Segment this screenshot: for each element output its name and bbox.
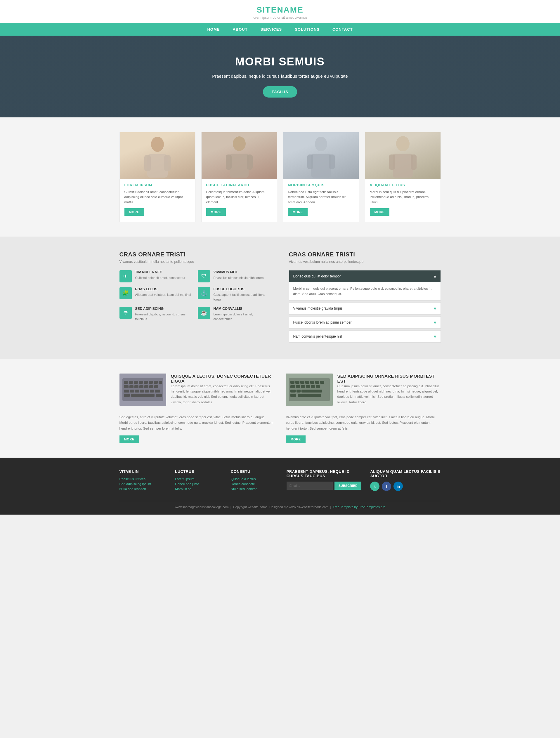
footer-col-4: PRAESENT DAPIBUS, NEQUE ID CURSUS FAUCIB… — [287, 469, 362, 492]
content-block-1: QUISQUE A LECTUS. DONEC CONSECTETUER LIG… — [119, 374, 274, 406]
subscribe-button[interactable]: SUBSCRIBE — [334, 481, 362, 490]
feature-item-1: ✈ TIM NULLA NEC Cuibstui dolor sit amet,… — [119, 270, 193, 282]
card-3-more-button[interactable]: MORE — [288, 208, 308, 216]
svg-rect-24 — [154, 381, 158, 384]
content-block-1-text: Lorem ipsum dolor sit amet, consectetuer… — [171, 383, 274, 405]
hero-subtitle: Praesent dapibus, neque id cursus faucib… — [212, 73, 348, 80]
footer-link-3-3[interactable]: Nulla sed leoniton — [231, 487, 278, 491]
accordion-item-3: Fusce lobortis lorem at ipsum semper ∨ — [289, 316, 441, 329]
svg-rect-56 — [311, 385, 315, 388]
svg-rect-29 — [139, 385, 144, 388]
feature-3-text: Praesent dapibus, neque id, cursus fauci… — [135, 312, 193, 322]
svg-rect-30 — [144, 385, 149, 388]
svg-rect-53 — [296, 385, 300, 388]
nav-contact[interactable]: CONTACT — [326, 23, 359, 36]
nav-home[interactable]: HOME — [201, 23, 226, 36]
feature-4-title: VIVAMUS MOL — [214, 270, 264, 274]
feature-5-title: FUSCE LOBORTIS — [214, 287, 271, 291]
footer-col-2-title: LUCTRUS — [175, 469, 222, 474]
hero-button[interactable]: FACILIS — [263, 86, 297, 97]
content-block-1-title: QUISQUE A LECTUS. DONEC CONSECTETUER LIG… — [171, 374, 274, 383]
footer-link-1-3[interactable]: Nulla sed leoniton — [119, 487, 167, 491]
nav-about[interactable]: ABOUT — [226, 23, 254, 36]
svg-rect-46 — [295, 381, 299, 384]
subscribe-input[interactable] — [287, 481, 333, 490]
accordion-header-1[interactable]: Donec quis dui at dolor tempor ∧ — [289, 271, 441, 282]
hero-title: MORBI SEMUIS — [212, 55, 348, 68]
svg-rect-21 — [139, 381, 143, 384]
footer-link-3-1[interactable]: Quisque a lectus — [231, 477, 278, 481]
content-block-2-title: SED ADIPISCING ORNARE RISUS MORBI EST ES… — [337, 374, 441, 383]
svg-rect-59 — [296, 390, 301, 392]
svg-rect-32 — [154, 385, 158, 388]
chevron-down-icon-3: ∨ — [434, 334, 437, 339]
card-4-more-button[interactable]: MORE — [370, 208, 389, 216]
feature-item-3: ☂ SED ADIPISCING Praesent dapibus, neque… — [119, 307, 193, 322]
footer: VITAE LIN Phasellus ultrices Sed adipisc… — [0, 458, 560, 514]
svg-rect-33 — [124, 390, 129, 392]
footer-col-3-title: CONSETU — [231, 469, 278, 474]
feature-6-text: Lorem ipsum dolor sit amet, consectetuer — [214, 312, 271, 322]
feature-item-6: ☕ NAM CONVALLIS Lorem ipsum dolor sit am… — [198, 307, 271, 322]
twitter-icon[interactable]: t — [370, 481, 379, 491]
accordion-item-4: Nam convallis pellentesque nisl ∨ — [289, 330, 441, 343]
feature-6-title: NAM CONVALLIS — [214, 307, 271, 311]
svg-rect-3 — [164, 155, 171, 171]
footer-link-1-1[interactable]: Phasellus ultrices — [119, 477, 167, 481]
svg-rect-9 — [311, 153, 331, 177]
feature-item-4: 🛡 VIVAMUS MOL Phasellus ultrices nicula … — [198, 270, 271, 282]
features-right: CRAS ORNARE TRISTI Vivamus vestibulum nu… — [289, 251, 441, 344]
svg-rect-40 — [124, 394, 130, 397]
accordion-item-1: Donec quis dui at dolor tempor ∧ Morbi i… — [289, 270, 441, 301]
footer-link-2-2[interactable]: Donec nec justo — [175, 482, 222, 486]
nav-services[interactable]: SERVICES — [254, 23, 289, 36]
footer-col-5-title: ALIQUAM QUAM LECTUS FACILISIS AUCTOR — [370, 469, 441, 478]
content-more-button-2[interactable]: MORE — [286, 435, 306, 443]
person-icon — [140, 133, 175, 178]
footer-link-3-2[interactable]: Donec consecte — [231, 482, 278, 486]
person-icon — [303, 133, 339, 178]
card-1-more-button[interactable]: MORE — [124, 208, 144, 216]
card-4-text: Morbi in sem quis dui placerat ornare. P… — [370, 190, 436, 205]
svg-rect-54 — [301, 385, 305, 388]
footer-link-2-1[interactable]: Lorem ipsum — [175, 477, 222, 481]
footer-copyright: Copyright website name. Designed by: www… — [233, 505, 329, 509]
keyboard-icon-2 — [286, 374, 333, 406]
svg-rect-36 — [140, 390, 144, 392]
accordion-header-4[interactable]: Nam convallis pellentesque nisl ∨ — [289, 331, 441, 342]
svg-rect-7 — [247, 154, 253, 170]
footer-col-4-title: PRAESENT DAPIBUS, NEQUE ID CURSUS FAUCIB… — [287, 469, 362, 478]
svg-rect-26 — [124, 385, 128, 388]
person-icon — [222, 133, 257, 178]
svg-rect-38 — [150, 390, 154, 392]
accordion-body-1: Morbi in sem quis dui placerat ornare. P… — [289, 282, 441, 300]
svg-rect-52 — [290, 385, 295, 388]
svg-rect-18 — [124, 381, 128, 384]
nav-solutions[interactable]: SOLUTIONS — [288, 23, 326, 36]
feature-3-title: SED ADIPISCING — [135, 307, 193, 311]
facebook-icon[interactable]: f — [382, 481, 391, 491]
card-2-more-button[interactable]: MORE — [206, 208, 226, 216]
svg-rect-60 — [301, 390, 322, 392]
svg-rect-55 — [306, 385, 310, 388]
linkedin-icon[interactable]: in — [393, 481, 403, 491]
accordion-header-2[interactable]: Vivamus molestie gravida turpis ∨ — [289, 303, 441, 314]
svg-rect-37 — [145, 390, 149, 392]
svg-rect-20 — [134, 381, 138, 384]
chevron-down-icon-2: ∨ — [434, 320, 437, 325]
accordion-item-2: Vivamus molestie gravida turpis ∨ — [289, 302, 441, 315]
card-3-title: MORBIIN SEMQUIS — [288, 183, 354, 187]
features-left-title: CRAS ORNARE TRISTI — [119, 251, 271, 258]
footer-link-2-3[interactable]: Morbi in se — [175, 487, 222, 491]
footer-free-template[interactable]: Free Template by FreeTemplates.pro — [333, 505, 385, 509]
accordion-header-3[interactable]: Fusce lobortis lorem at ipsum semper ∨ — [289, 317, 441, 328]
svg-point-12 — [396, 136, 409, 151]
content-more-button-1[interactable]: MORE — [119, 435, 139, 443]
svg-rect-41 — [131, 394, 155, 397]
svg-point-0 — [151, 137, 164, 152]
anchor-icon: ⚓ — [198, 287, 210, 299]
footer-link-1-2[interactable]: Sed adipiscing ipsum — [119, 482, 167, 486]
card-2-text: Pellentesque fermentum dolar. Aliquam qu… — [206, 190, 272, 205]
puzzle-icon: 🧩 — [119, 287, 132, 299]
svg-rect-13 — [393, 153, 413, 177]
